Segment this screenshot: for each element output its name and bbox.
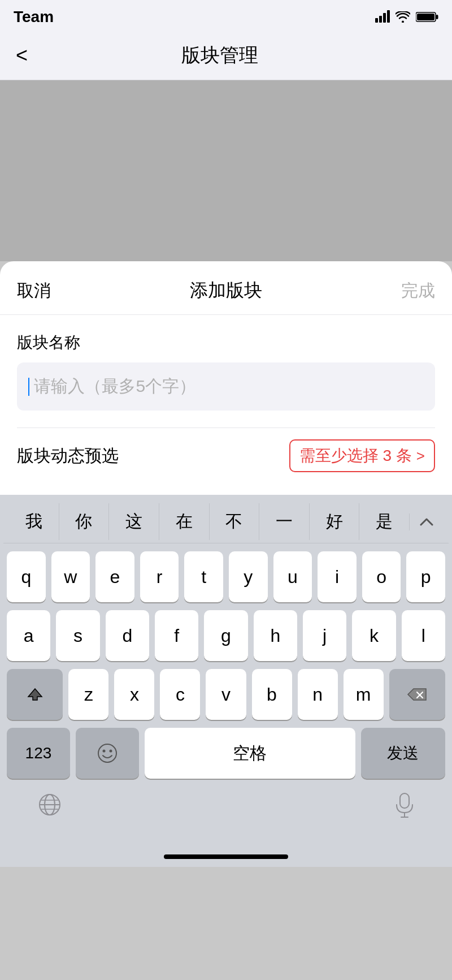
num-key[interactable]: 123 [7, 728, 70, 779]
pred-word-6[interactable]: 一 [259, 503, 310, 540]
key-q[interactable]: q [7, 551, 46, 602]
wifi-icon [395, 11, 410, 23]
signal-icon [375, 11, 390, 23]
emoji-icon [97, 743, 118, 763]
key-i[interactable]: i [318, 551, 357, 602]
key-r[interactable]: r [140, 551, 179, 602]
pred-word-3[interactable]: 这 [109, 503, 159, 540]
key-a[interactable]: a [7, 610, 50, 661]
key-w[interactable]: w [51, 551, 90, 602]
send-key[interactable]: 发送 [361, 728, 445, 779]
key-d[interactable]: d [106, 610, 149, 661]
svg-rect-1 [436, 15, 438, 19]
page-title: 版块管理 [181, 42, 258, 68]
key-row-4: 123 空格 发送 [7, 728, 445, 779]
key-e[interactable]: e [95, 551, 134, 602]
key-m[interactable]: m [344, 669, 384, 720]
pred-word-5[interactable]: 不 [210, 503, 260, 540]
key-v[interactable]: v [206, 669, 246, 720]
mic-key[interactable] [394, 792, 415, 818]
predictive-words: 我 你 这 在 不 一 好 是 [9, 503, 409, 540]
dimmed-background [0, 80, 452, 261]
row-chevron-icon: > [416, 447, 425, 465]
done-button[interactable]: 完成 [401, 279, 435, 303]
key-row-2: a s d f g h j k l [7, 610, 445, 661]
keyboard-bottom-bar [3, 787, 449, 854]
back-button[interactable]: < [11, 39, 32, 72]
svg-point-7 [109, 750, 112, 753]
key-x[interactable]: x [114, 669, 154, 720]
home-indicator-bar [164, 854, 288, 859]
svg-point-5 [98, 744, 116, 762]
key-s[interactable]: s [56, 610, 99, 661]
shift-icon [27, 687, 43, 702]
key-g[interactable]: g [204, 610, 247, 661]
key-j[interactable]: j [303, 610, 346, 661]
globe-key[interactable] [37, 792, 62, 817]
shift-key[interactable] [7, 669, 63, 720]
pred-word-4[interactable]: 在 [159, 503, 210, 540]
predictive-collapse-button[interactable] [409, 513, 443, 530]
text-cursor [28, 378, 29, 396]
key-o[interactable]: o [362, 551, 401, 602]
status-bar: Team [0, 0, 452, 31]
key-row-1: q w e r t y u i o p [7, 551, 445, 602]
key-row-3: z x c v b n m [7, 669, 445, 720]
pred-word-7[interactable]: 好 [310, 503, 360, 540]
pred-word-8[interactable]: 是 [359, 503, 409, 540]
key-k[interactable]: k [352, 610, 395, 661]
battery-icon [416, 11, 438, 23]
key-f[interactable]: f [155, 610, 198, 661]
key-y[interactable]: y [229, 551, 268, 602]
key-n[interactable]: n [298, 669, 338, 720]
field-label: 版块名称 [17, 332, 435, 353]
key-h[interactable]: h [254, 610, 297, 661]
cancel-button[interactable]: 取消 [17, 279, 51, 303]
key-p[interactable]: p [406, 551, 445, 602]
input-placeholder: 请输入（最多5个字） [34, 377, 196, 395]
delete-key[interactable] [389, 669, 445, 720]
app-name: Team [14, 8, 54, 26]
predictive-bar: 我 你 这 在 不 一 好 是 [3, 500, 449, 543]
delete-icon [407, 687, 427, 702]
svg-rect-2 [417, 14, 434, 20]
key-rows: q w e r t y u i o p a s d f g h j k l [3, 543, 449, 787]
home-indicator [3, 854, 449, 867]
row-value-box[interactable]: 需至少选择 3 条 > [289, 439, 435, 472]
status-icons [375, 11, 438, 23]
sheet-title: 添加版块 [190, 278, 262, 303]
svg-rect-13 [400, 793, 409, 808]
row-label: 版块动态预选 [17, 444, 119, 468]
row-value-text: 需至少选择 3 条 [299, 445, 412, 467]
space-key[interactable]: 空格 [145, 728, 355, 779]
block-preset-row[interactable]: 版块动态预选 需至少选择 3 条 > [17, 428, 435, 483]
block-name-input[interactable]: 请输入（最多5个字） [17, 362, 435, 411]
key-t[interactable]: t [184, 551, 223, 602]
nav-bar: < 版块管理 [0, 31, 452, 80]
keyboard: 我 你 这 在 不 一 好 是 q w e r t y u i o p [0, 495, 452, 867]
sheet-body: 版块名称 请输入（最多5个字） 版块动态预选 需至少选择 3 条 > [0, 315, 452, 495]
key-l[interactable]: l [402, 610, 445, 661]
pred-word-1[interactable]: 我 [9, 503, 59, 540]
sheet-header: 取消 添加版块 完成 [0, 261, 452, 315]
key-z[interactable]: z [68, 669, 108, 720]
key-c[interactable]: c [160, 669, 200, 720]
key-b[interactable]: b [252, 669, 292, 720]
add-block-sheet: 取消 添加版块 完成 版块名称 请输入（最多5个字） 版块动态预选 需至少选择 … [0, 261, 452, 495]
svg-point-6 [102, 750, 105, 753]
key-u[interactable]: u [273, 551, 312, 602]
pred-word-2[interactable]: 你 [59, 503, 110, 540]
emoji-key[interactable] [76, 728, 139, 779]
